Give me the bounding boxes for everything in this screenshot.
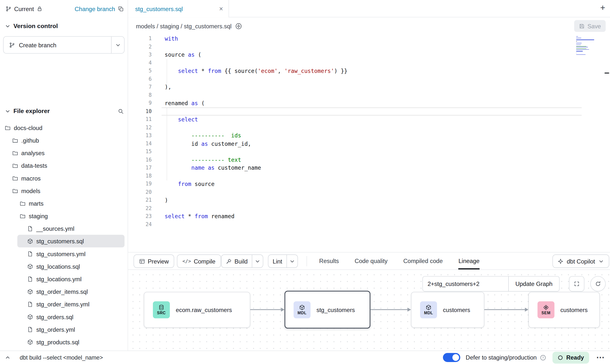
- code-line-14[interactable]: 14 id as customer_id,: [128, 140, 610, 148]
- code-line-16[interactable]: 16 ---------- text: [128, 156, 610, 164]
- code-line-10[interactable]: 10: [128, 107, 610, 116]
- code-line-24[interactable]: 24: [128, 220, 610, 229]
- code-line-7[interactable]: 7),: [128, 83, 610, 91]
- model-cube-icon: [27, 263, 33, 269]
- edge-arrowhead-icon: [407, 308, 411, 312]
- status-badge-ready[interactable]: Ready: [552, 352, 589, 364]
- code-line-2[interactable]: 2: [128, 43, 610, 51]
- tree-item-stg_order_items.yml[interactable]: stg_order_items.yml: [0, 298, 128, 310]
- badge-label: MDL: [298, 311, 307, 315]
- code-text: [152, 43, 165, 51]
- build-button[interactable]: Build: [221, 255, 252, 267]
- editor-tab-bar: stg_customers.sql × +: [128, 0, 610, 17]
- tab-compiled-code[interactable]: Compiled code: [403, 252, 443, 269]
- code-line-17[interactable]: 17 name as customer_name: [128, 164, 610, 172]
- copilot-circle-icon[interactable]: [235, 23, 242, 29]
- tree-item-label: stg_customers.sql: [36, 238, 84, 244]
- current-line-highlight: [162, 107, 582, 116]
- table-icon: [139, 258, 145, 264]
- build-label: Build: [235, 258, 248, 265]
- badge-label: SRC: [157, 311, 166, 315]
- close-tab-icon[interactable]: ×: [219, 5, 223, 12]
- code-line-18[interactable]: 18: [128, 172, 610, 180]
- code-line-21[interactable]: 21): [128, 196, 610, 204]
- tree-item-stg_orders.sql[interactable]: stg_orders.sql: [0, 310, 128, 323]
- tree-item-.github[interactable]: .github: [0, 134, 128, 147]
- lineage-node-ecom.raw_customers[interactable]: SRCecom.raw_customers: [144, 292, 250, 328]
- code-line-23[interactable]: 23select * from renamed: [128, 212, 610, 220]
- tree-item-stg_products.sql[interactable]: stg_products.sql: [0, 336, 128, 348]
- tree-item-stg_locations.yml[interactable]: stg_locations.yml: [0, 273, 128, 285]
- dbt-copilot-button[interactable]: dbt Copilot: [553, 254, 609, 268]
- chevron-down-icon: [255, 258, 261, 264]
- preview-button[interactable]: Preview: [134, 254, 174, 268]
- tree-item-stg_customers.sql[interactable]: stg_customers.sql: [17, 235, 124, 247]
- lineage-selector-input[interactable]: [423, 276, 509, 291]
- tree-item-stg_order_items.sql[interactable]: stg_order_items.sql: [0, 285, 128, 298]
- tree-item-macros[interactable]: macros: [0, 172, 128, 184]
- code-editor[interactable]: 1with23source as (45 select * from {{ so…: [128, 35, 610, 252]
- tab-lineage[interactable]: Lineage: [458, 252, 479, 269]
- code-line-6[interactable]: 6: [128, 75, 610, 83]
- search-icon[interactable]: [118, 108, 124, 114]
- copy-icon[interactable]: [118, 6, 124, 12]
- code-line-20[interactable]: 20: [128, 188, 610, 196]
- copilot-label: dbt Copilot: [567, 258, 595, 265]
- tree-item-__sources.yml[interactable]: __sources.yml: [0, 222, 128, 235]
- version-control-header[interactable]: Version control: [0, 20, 128, 32]
- dbt-cloud-ide: Current Change branch Version control Cr…: [0, 0, 610, 364]
- update-graph-button[interactable]: Update Graph: [508, 276, 559, 291]
- tab-code-quality[interactable]: Code quality: [355, 252, 388, 269]
- code-line-11[interactable]: 11 select: [128, 116, 610, 124]
- refresh-button[interactable]: [590, 276, 606, 291]
- code-line-15[interactable]: 15: [128, 148, 610, 156]
- defer-toggle[interactable]: [443, 353, 460, 362]
- status-ring-icon: [558, 355, 563, 360]
- code-line-5[interactable]: 5 select * from {{ source('ecom', 'raw_c…: [128, 67, 610, 75]
- code-line-19[interactable]: 19 from source: [128, 180, 610, 188]
- code-line-13[interactable]: 13 ---------- ids: [128, 132, 610, 140]
- tree-item-marts[interactable]: marts: [0, 197, 128, 210]
- code-line-9[interactable]: 9renamed as (: [128, 99, 610, 107]
- scrollbar-thumb[interactable]: [605, 72, 609, 74]
- save-button[interactable]: Save: [574, 20, 606, 32]
- tree-item-data-tests[interactable]: data-tests: [0, 159, 128, 172]
- tree-item-models[interactable]: models: [0, 184, 128, 197]
- new-tab-plus-icon[interactable]: +: [600, 3, 605, 13]
- tree-item-stg_locations.sql[interactable]: stg_locations.sql: [0, 260, 128, 273]
- code-text: renamed as (: [152, 99, 205, 107]
- folder-icon: [20, 213, 26, 219]
- code-line-1[interactable]: 1with: [128, 35, 610, 43]
- code-line-3[interactable]: 3source as (: [128, 51, 610, 59]
- tree-item-staging[interactable]: staging: [0, 210, 128, 222]
- fullscreen-button[interactable]: [569, 276, 584, 291]
- chevron-up-icon[interactable]: [5, 355, 11, 361]
- compile-button[interactable]: </> Compile: [177, 254, 221, 268]
- tree-item-stg_customers.yml[interactable]: stg_customers.yml: [0, 247, 128, 260]
- create-branch-dropdown[interactable]: [111, 37, 124, 53]
- build-split-button: Build: [221, 254, 263, 268]
- code-line-8[interactable]: 8: [128, 91, 610, 99]
- lineage-node-stg_customers[interactable]: MDLstg_customers: [285, 291, 371, 329]
- code-line-22[interactable]: 22: [128, 204, 610, 212]
- help-icon[interactable]: ?: [540, 354, 546, 361]
- lint-dropdown[interactable]: [287, 255, 298, 267]
- tree-item-docs-cloud[interactable]: docs-cloud: [0, 121, 128, 134]
- minimap[interactable]: [576, 36, 595, 56]
- tab-results[interactable]: Results: [319, 252, 339, 269]
- create-branch-button[interactable]: Create branch: [3, 37, 111, 53]
- lineage-node-customers[interactable]: MDLcustomers: [411, 292, 484, 328]
- lineage-panel[interactable]: SRCecom.raw_customersMDLstg_customersMDL…: [128, 269, 610, 350]
- lint-button[interactable]: Lint: [268, 255, 287, 267]
- tree-item-analyses[interactable]: analyses: [0, 147, 128, 159]
- lineage-node-customers[interactable]: SEMcustomers: [528, 292, 600, 328]
- code-line-12[interactable]: 12: [128, 123, 610, 132]
- code-line-4[interactable]: 4: [128, 59, 610, 67]
- build-dropdown[interactable]: [252, 255, 263, 267]
- change-branch-link[interactable]: Change branch: [75, 5, 115, 12]
- file-explorer-header[interactable]: File explorer: [0, 105, 128, 117]
- tab-stg-customers-sql[interactable]: stg_customers.sql ×: [128, 0, 229, 17]
- overflow-menu-icon[interactable]: ⋯: [596, 355, 605, 360]
- tree-item-label: staging: [29, 213, 48, 219]
- tree-item-stg_orders.yml[interactable]: stg_orders.yml: [0, 323, 128, 336]
